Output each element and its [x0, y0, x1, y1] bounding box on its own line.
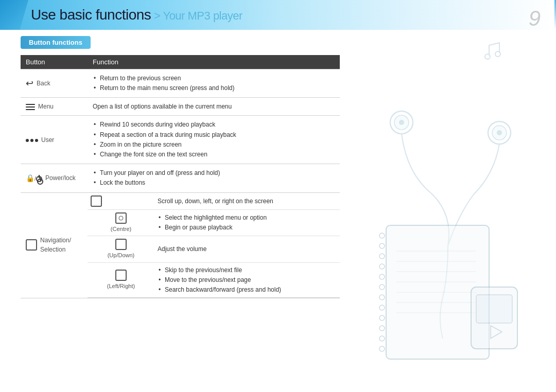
menu-label: Menu — [38, 102, 54, 111]
svg-point-18 — [379, 326, 385, 331]
nav-centre-icon — [115, 212, 127, 224]
navigation-label: Navigation/Selection — [40, 236, 71, 254]
illustration-svg — [340, 30, 556, 392]
svg-point-20 — [379, 346, 385, 351]
function-cell-menu: Open a list of options available in the … — [88, 98, 340, 116]
leftright-func-2: Move to the previous/next page — [158, 275, 337, 285]
user-label: User — [41, 135, 54, 145]
table-row: User Rewind 10 seconds during video play… — [21, 116, 340, 164]
title-main: Use basic functions — [31, 7, 151, 23]
nav-sub-row-updown: (Up/Down) Adjust the volume — [88, 236, 340, 263]
back-function-list: Return to the previous screen Return to … — [93, 74, 335, 93]
nav-sub-row-centre: (Centre) Select the highlighted menu or … — [88, 209, 340, 236]
centre-function-list: Select the highlighted menu or option Be… — [158, 213, 337, 233]
svg-rect-29 — [476, 295, 512, 323]
dots-icon — [26, 135, 38, 145]
nav-updown-func: Adjust the volume — [154, 236, 340, 263]
back-func-2: Return to the main menu screen (press an… — [93, 83, 335, 93]
powerlock-func-2: Lock the buttons — [93, 178, 335, 188]
nav-leftright-func: Skip to the previous/next file Move to t… — [154, 262, 340, 298]
main-content: Button functions Button Function ↩ Back … — [21, 36, 340, 382]
mp3-player-small-illustration — [471, 287, 517, 349]
svg-point-1 — [495, 51, 500, 57]
nav-centre-cell: (Centre) — [88, 209, 154, 236]
nav-updown-icon — [115, 239, 127, 250]
button-cell-navigation: Navigation/Selection — [21, 192, 88, 298]
nav-leftright-icon — [115, 270, 127, 281]
back-icon: ↩ — [26, 77, 33, 91]
svg-point-19 — [379, 336, 385, 341]
powerlock-func-1: Turn your player on and off (press and h… — [93, 168, 335, 178]
centre-func-1: Select the highlighted menu or option — [158, 213, 337, 223]
svg-point-4 — [399, 120, 404, 125]
decorative-illustration — [340, 30, 556, 392]
centre-func-2: Begin or pause playback — [158, 223, 337, 233]
lock-power-icon: 🔒/ — [26, 173, 42, 184]
button-cell-powerlock: 🔒/ Power/lock — [21, 164, 88, 192]
function-cell-user: Rewind 10 seconds during video playback … — [88, 116, 340, 164]
leftright-label: (Left/Right) — [107, 282, 135, 291]
svg-point-10 — [379, 243, 385, 248]
svg-point-0 — [485, 54, 490, 59]
music-note-icon — [485, 43, 500, 59]
svg-point-9 — [379, 233, 385, 238]
menu-func-text: Open a list of options available in the … — [93, 103, 232, 110]
col-header-button: Button — [21, 55, 88, 69]
updown-label: (Up/Down) — [108, 251, 135, 260]
leftright-function-list: Skip to the previous/next file Move to t… — [158, 265, 337, 295]
nav-leftright-cell: (Left/Right) — [88, 262, 154, 298]
table-row: 🔒/ Power/lock Turn your player on and of… — [21, 164, 340, 192]
svg-point-12 — [379, 264, 385, 269]
nav-sub-row-scroll: Scroll up, down, left, or right on the s… — [88, 193, 340, 210]
table-row: Menu Open a list of options available in… — [21, 98, 340, 116]
function-cell-powerlock: Turn your player on and off (press and h… — [88, 164, 340, 192]
nav-centre-func: Select the highlighted menu or option Be… — [154, 209, 340, 236]
nav-scroll-func: Scroll up, down, left, or right on the s… — [154, 193, 340, 210]
nav-dir-cell — [88, 193, 154, 210]
table-row-navigation: Navigation/Selection Scroll up, down, le… — [21, 192, 340, 298]
svg-point-7 — [497, 130, 502, 135]
user-func-1: Rewind 10 seconds during video playback — [93, 120, 335, 130]
powerlock-function-list: Turn your player on and off (press and h… — [93, 168, 335, 188]
back-label: Back — [37, 79, 50, 88]
section-badge: Button functions — [21, 36, 91, 49]
svg-point-16 — [379, 305, 385, 310]
button-cell-menu: Menu — [21, 98, 88, 116]
nav-outer-icon — [26, 239, 37, 251]
svg-point-15 — [379, 295, 385, 300]
table-header-row: Button Function — [21, 55, 340, 69]
power-icon — [36, 176, 42, 182]
navigation-sub-table: Scroll up, down, left, or right on the s… — [88, 193, 340, 298]
nav-dir-icon — [91, 195, 102, 207]
user-function-list: Rewind 10 seconds during video playback … — [93, 120, 335, 159]
page-number: 9 — [529, 6, 541, 31]
header-bar: Use basic functions > Your MP3 player — [0, 0, 556, 30]
back-func-1: Return to the previous screen — [93, 74, 335, 83]
function-cell-back: Return to the previous screen Return to … — [88, 69, 340, 98]
nav-sub-row-leftright: (Left/Right) Skip to the previous/next f… — [88, 262, 340, 298]
button-functions-table: Button Function ↩ Back Return to the pre… — [21, 55, 340, 298]
title-subtitle: > Your MP3 player — [151, 9, 242, 22]
function-cell-navigation: Scroll up, down, left, or right on the s… — [88, 192, 340, 298]
svg-point-13 — [379, 274, 385, 279]
table-row: ↩ Back Return to the previous screen Ret… — [21, 69, 340, 98]
svg-point-17 — [379, 315, 385, 320]
centre-label: (Centre) — [111, 225, 131, 234]
user-func-3: Zoom in on the picture screen — [93, 140, 335, 150]
button-cell-back: ↩ Back — [21, 69, 88, 98]
user-func-4: Change the font size on the text screen — [93, 150, 335, 159]
leftright-func-1: Skip to the previous/next file — [158, 265, 337, 275]
col-header-function: Function — [88, 55, 340, 69]
nav-updown-cell: (Up/Down) — [88, 236, 154, 263]
powerlock-label: Power/lock — [45, 173, 76, 183]
menu-icon — [26, 102, 35, 111]
leftright-func-3: Search backward/forward (press and hold) — [158, 285, 337, 295]
svg-point-14 — [379, 284, 385, 290]
user-func-2: Repeat a section of a track during music… — [93, 130, 335, 140]
svg-point-11 — [379, 254, 385, 259]
button-cell-user: User — [21, 116, 88, 164]
page-title: Use basic functions > Your MP3 player — [31, 7, 242, 23]
